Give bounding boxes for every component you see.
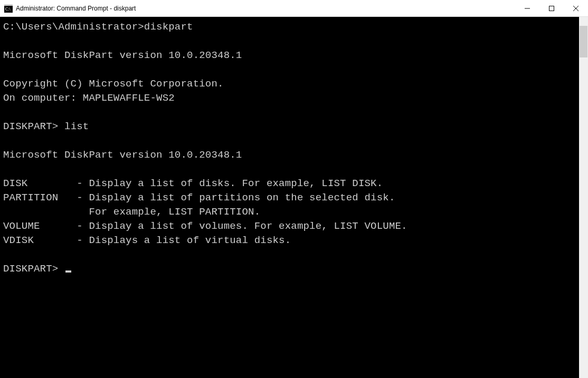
line-help-vdisk: VDISK - Displays a list of virtual disks…: [3, 235, 291, 246]
line-prompt1: C:\Users\Administrator>diskpart: [3, 21, 193, 33]
line-dp-prompt2: DISKPART>: [3, 263, 64, 275]
text-cursor: [65, 270, 71, 273]
line-help-disk: DISK - Display a list of disks. For exam…: [3, 178, 383, 189]
line-version: Microsoft DiskPart version 10.0.20348.1: [3, 50, 242, 61]
vertical-scrollbar[interactable]: [579, 17, 588, 378]
minimize-button[interactable]: [515, 0, 539, 17]
svg-rect-1: [4, 4, 13, 6]
window-title: Administrator: Command Prompt - diskpart: [16, 5, 515, 12]
line-help-partition2: For example, LIST PARTITION.: [3, 206, 260, 218]
line-version2: Microsoft DiskPart version 10.0.20348.1: [3, 149, 242, 161]
close-button[interactable]: [564, 0, 588, 17]
window-titlebar[interactable]: C:\ Administrator: Command Prompt - disk…: [0, 0, 588, 17]
scrollbar-thumb[interactable]: [580, 26, 587, 57]
line-copyright: Copyright (C) Microsoft Corporation.: [3, 78, 224, 90]
window-controls: [515, 0, 588, 16]
line-dp-prompt1: DISKPART> list: [3, 121, 89, 132]
cmd-icon: C:\: [4, 4, 13, 13]
line-help-partition: PARTITION - Display a list of partitions…: [3, 192, 395, 203]
console-output[interactable]: C:\Users\Administrator>diskpart Microsof…: [0, 17, 579, 378]
maximize-button[interactable]: [539, 0, 564, 17]
line-help-volume: VOLUME - Display a list of volumes. For …: [3, 220, 407, 232]
line-computer: On computer: MAPLEWAFFLE-WS2: [3, 92, 175, 104]
svg-rect-4: [549, 6, 554, 11]
console-area: C:\Users\Administrator>diskpart Microsof…: [0, 17, 588, 378]
svg-text:C:\: C:\: [5, 7, 11, 12]
